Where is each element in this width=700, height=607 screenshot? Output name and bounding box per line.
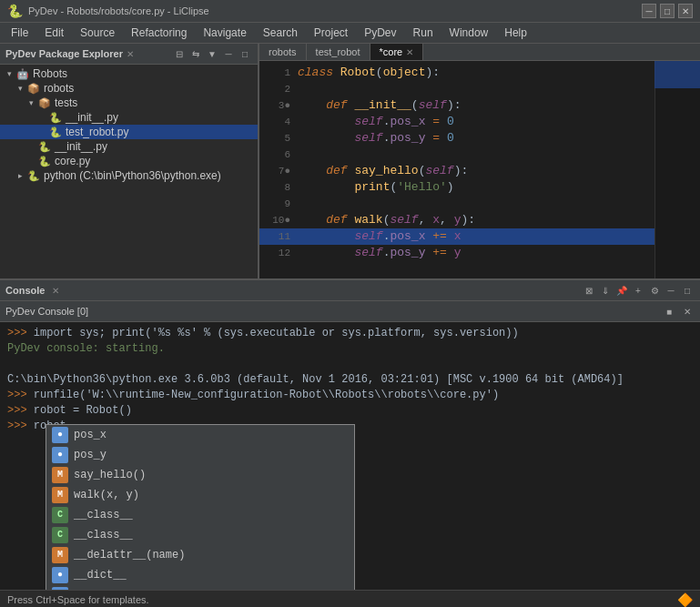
minimize-button[interactable]: ─ bbox=[642, 4, 656, 18]
tree-item-core[interactable]: 🐍 core.py bbox=[0, 154, 258, 168]
tab-robots[interactable]: robots bbox=[259, 44, 307, 60]
ac-item-walk[interactable]: M walk(x, y) bbox=[46, 485, 354, 505]
tree-label-tests: tests bbox=[55, 96, 77, 109]
ac-label-class1: __class__ bbox=[74, 507, 133, 523]
maximize-button[interactable]: □ bbox=[660, 4, 675, 18]
close-console-icon[interactable]: ✕ bbox=[52, 286, 59, 296]
explorer-toolbar-icons: ⊟ ⇆ ▼ ─ □ bbox=[172, 46, 252, 61]
ac-item-class1[interactable]: C __class__ bbox=[46, 505, 354, 525]
console-minimize-icon[interactable]: ─ bbox=[664, 283, 678, 298]
tree-item-tests[interactable]: ▾ 📦 tests bbox=[0, 96, 258, 110]
menu-run[interactable]: Run bbox=[406, 25, 441, 41]
menu-navigate[interactable]: Navigate bbox=[196, 25, 253, 41]
python-file-icon: 🐍 bbox=[38, 156, 51, 167]
code-editor[interactable]: 1 class Robot(object): 2 3● def __init__… bbox=[259, 61, 654, 278]
ac-item-delattr[interactable]: M __delattr__(name) bbox=[46, 545, 354, 565]
ac-label-dict2: __dict__ bbox=[74, 587, 127, 590]
project-icon: 🤖 bbox=[16, 68, 29, 80]
console-new-icon[interactable]: + bbox=[631, 283, 645, 298]
console-clear-icon[interactable]: ⊠ bbox=[582, 283, 596, 298]
menu-search[interactable]: Search bbox=[256, 25, 305, 41]
tree-label-robots: Robots bbox=[33, 67, 67, 80]
console-maximize-icon[interactable]: □ bbox=[680, 283, 695, 298]
tree-item-robots-pkg[interactable]: ▾ 📦 robots bbox=[0, 81, 258, 96]
tree-item-test-robot[interactable]: 🐍 test_robot.py bbox=[0, 125, 258, 139]
expand-arrow: ▸ bbox=[18, 171, 27, 180]
expand-arrow: ▾ bbox=[29, 98, 38, 107]
minimap-viewport bbox=[654, 61, 700, 88]
ac-icon-class: C bbox=[52, 507, 68, 523]
ac-label-pos_y: pos_y bbox=[74, 447, 107, 463]
console-settings-icon[interactable]: ⚙ bbox=[647, 283, 662, 298]
package-explorer-title: PyDev Package Explorer bbox=[5, 48, 123, 59]
menu-refactoring[interactable]: Refactoring bbox=[124, 25, 194, 41]
console-pin-icon[interactable]: 📌 bbox=[614, 283, 629, 298]
status-bar: Press Ctrl+Space for templates. 🔶 bbox=[0, 590, 700, 607]
autocomplete-dropdown[interactable]: ● pos_x ● pos_y M say_hello() M walk(x, … bbox=[46, 424, 355, 590]
tree-item-robots[interactable]: ▾ 🤖 Robots bbox=[0, 66, 258, 81]
console-line-import: >>> import sys; print('%s %s' % (sys.exe… bbox=[7, 326, 693, 341]
python-file-icon: 🐍 bbox=[38, 141, 51, 153]
expand-arrow: ▾ bbox=[7, 69, 16, 78]
console-tab-terminate-icon[interactable]: ■ bbox=[662, 304, 676, 319]
menu-file[interactable]: File bbox=[4, 25, 36, 41]
ac-icon-class: C bbox=[52, 527, 68, 543]
code-line-11: 11 self.pos_x += x bbox=[259, 228, 654, 245]
python-file-icon: 🐍 bbox=[49, 126, 62, 138]
console-output[interactable]: >>> import sys; print('%s %s' % (sys.exe… bbox=[0, 322, 700, 590]
ac-item-dict1[interactable]: ● __dict__ bbox=[46, 565, 354, 585]
console-toolbar-icons: ⊠ ⇓ 📌 + ⚙ ─ □ bbox=[582, 283, 695, 298]
tree-item-init-tests[interactable]: 🐍 __init__.py bbox=[0, 110, 258, 125]
console-tab-label[interactable]: PyDev Console [0] bbox=[5, 306, 88, 317]
close-tab-icon[interactable]: ✕ bbox=[406, 47, 413, 57]
tree-label-python-interp: python (C:\bin\Python36\python.exe) bbox=[44, 169, 221, 182]
minimize-explorer-icon[interactable]: ─ bbox=[221, 46, 236, 61]
ac-icon-method: M bbox=[52, 547, 68, 563]
menu-pydev[interactable]: PyDev bbox=[357, 25, 403, 41]
console-panel: Console ✕ ⊠ ⇓ 📌 + ⚙ ─ □ PyDev Console [0… bbox=[0, 280, 700, 590]
link-editor-icon[interactable]: ⇆ bbox=[188, 46, 203, 61]
ac-label-dict1: __dict__ bbox=[74, 567, 127, 583]
menu-project[interactable]: Project bbox=[307, 25, 355, 41]
maximize-explorer-icon[interactable]: □ bbox=[238, 46, 252, 61]
close-button[interactable]: ✕ bbox=[678, 4, 693, 18]
main-layout: PyDev Package Explorer ✕ ⊟ ⇆ ▼ ─ □ ▾ 🤖 R… bbox=[0, 44, 700, 607]
code-line-1: 1 class Robot(object): bbox=[259, 65, 654, 81]
tab-test-robot-label: test_robot bbox=[316, 46, 360, 57]
view-menu-icon[interactable]: ▼ bbox=[205, 46, 219, 61]
collapse-all-icon[interactable]: ⊟ bbox=[172, 46, 187, 61]
menu-edit[interactable]: Edit bbox=[37, 25, 71, 41]
console-line-robot-assign: >>> robot = Robot() bbox=[7, 403, 693, 419]
code-line-8: 8 print('Hello') bbox=[259, 179, 654, 196]
ac-item-say_hello[interactable]: M say_hello() bbox=[46, 465, 354, 485]
code-line-9: 9 bbox=[259, 196, 654, 212]
menu-window[interactable]: Window bbox=[442, 25, 496, 41]
tab-core[interactable]: *core ✕ bbox=[370, 44, 424, 60]
status-text: Press Ctrl+Space for templates. bbox=[7, 594, 149, 605]
package-icon: 📦 bbox=[27, 83, 40, 95]
console-scroll-lock-icon[interactable]: ⇓ bbox=[598, 283, 613, 298]
code-line-7: 7● def say_hello(self): bbox=[259, 163, 654, 179]
app-icon: 🐍 bbox=[7, 4, 23, 18]
code-line-3: 3● def __init__(self): bbox=[259, 97, 654, 114]
ac-label-pos_x: pos_x bbox=[74, 427, 107, 443]
ac-item-class2[interactable]: C __class__ bbox=[46, 525, 354, 545]
code-line-10: 10● def walk(self, x, y): bbox=[259, 212, 654, 228]
close-explorer-icon[interactable]: ✕ bbox=[127, 49, 134, 59]
ac-item-dict2[interactable]: ● __dict__ bbox=[46, 585, 354, 590]
tree-item-python-interp[interactable]: ▸ 🐍 python (C:\bin\Python36\python.exe) bbox=[0, 168, 258, 183]
tab-test-robot[interactable]: test_robot bbox=[307, 44, 370, 60]
tab-core-label: *core bbox=[380, 46, 403, 57]
ac-label-say_hello: say_hello() bbox=[74, 467, 146, 483]
tree-label-core: core.py bbox=[55, 155, 90, 167]
menu-help[interactable]: Help bbox=[497, 25, 534, 41]
console-tab-bar: PyDev Console [0] ■ ✕ bbox=[0, 301, 700, 322]
console-header: Console ✕ ⊠ ⇓ 📌 + ⚙ ─ □ bbox=[0, 280, 700, 301]
console-tab-close-icon[interactable]: ✕ bbox=[680, 304, 695, 319]
tree-item-init-robots[interactable]: 🐍 __init__.py bbox=[0, 139, 258, 154]
ac-item-pos_x[interactable]: ● pos_x bbox=[46, 425, 354, 445]
ac-item-pos_y[interactable]: ● pos_y bbox=[46, 445, 354, 465]
menu-source[interactable]: Source bbox=[73, 25, 122, 41]
minimap bbox=[654, 61, 700, 278]
console-line-runfile: >>> runfile('W:\\runtime-New_configurati… bbox=[7, 388, 693, 403]
